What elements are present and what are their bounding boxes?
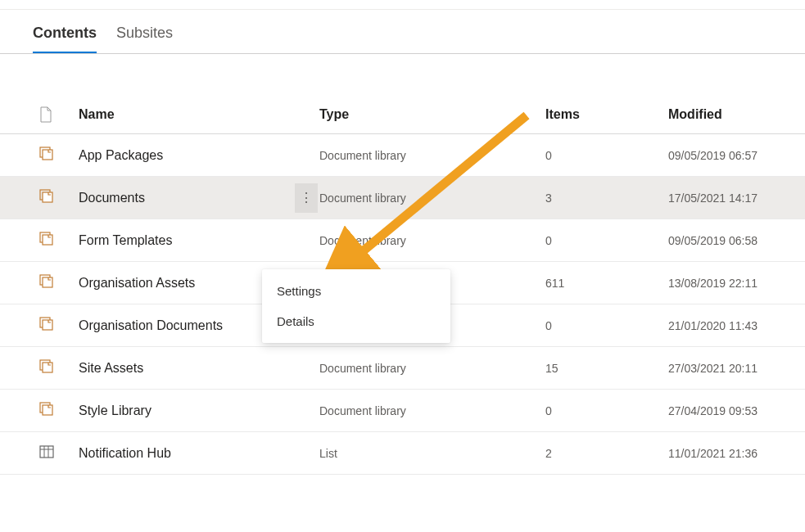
- row-name[interactable]: Organisation Assets: [79, 276, 293, 291]
- row-modified: 17/05/2021 14:17: [668, 192, 805, 205]
- row-icon-cell: [39, 359, 79, 376]
- svg-rect-14: [40, 446, 53, 458]
- library-icon: [39, 274, 54, 291]
- library-icon: [39, 402, 54, 419]
- header-modified[interactable]: Modified: [668, 107, 805, 122]
- row-modified: 27/04/2019 09:53: [668, 404, 805, 417]
- context-menu-settings[interactable]: Settings: [262, 276, 450, 306]
- row-context-menu: Settings Details: [262, 269, 450, 343]
- row-icon-cell: [39, 147, 79, 164]
- row-items: 611: [545, 277, 668, 290]
- top-divider: [0, 0, 805, 10]
- library-icon: [39, 359, 54, 376]
- header-items[interactable]: Items: [545, 107, 668, 122]
- row-name[interactable]: Style Library: [79, 404, 293, 418]
- row-items: 15: [545, 362, 668, 375]
- svg-rect-3: [43, 192, 52, 202]
- vertical-ellipsis-icon: ⋮: [300, 190, 313, 205]
- row-items: 2: [545, 447, 668, 460]
- row-type: Document library: [319, 234, 545, 247]
- header-icon-column: [39, 106, 79, 123]
- context-menu-details[interactable]: Details: [262, 306, 450, 336]
- row-modified: 13/08/2019 22:11: [668, 277, 805, 290]
- row-modified: 09/05/2019 06:57: [668, 149, 805, 162]
- svg-rect-5: [43, 235, 52, 245]
- row-actions-cell: ⋮: [293, 183, 319, 213]
- library-icon: [39, 317, 54, 334]
- row-items: 0: [545, 149, 668, 162]
- row-name[interactable]: Notification Hub: [79, 446, 293, 461]
- table-row[interactable]: Style Library⋮Document library027/04/201…: [0, 390, 805, 432]
- row-name[interactable]: Documents: [79, 191, 293, 205]
- row-name[interactable]: Form Templates: [79, 233, 293, 248]
- row-items: 0: [545, 404, 668, 417]
- table-row[interactable]: Site Assets⋮Document library1527/03/2021…: [0, 347, 805, 390]
- svg-rect-9: [43, 320, 52, 330]
- row-icon-cell: [39, 232, 79, 249]
- row-icon-cell: [39, 189, 79, 206]
- row-icon-cell: [39, 274, 79, 291]
- row-type: List: [319, 447, 545, 460]
- row-modified: 11/01/2021 21:36: [668, 447, 805, 460]
- row-icon-cell: [39, 402, 79, 419]
- header-type[interactable]: Type: [319, 107, 545, 122]
- row-type: Document library: [319, 149, 545, 162]
- table-row[interactable]: Notification Hub⋮List211/01/2021 21:36: [0, 432, 805, 475]
- header-name[interactable]: Name: [79, 107, 293, 122]
- svg-rect-13: [43, 405, 52, 415]
- table-row[interactable]: App Packages⋮Document library009/05/2019…: [0, 134, 805, 177]
- row-type: Document library: [319, 362, 545, 375]
- svg-rect-7: [43, 277, 52, 287]
- table-row[interactable]: Form Templates⋮Document library009/05/20…: [0, 219, 805, 262]
- svg-rect-11: [43, 363, 52, 372]
- tab-subsites[interactable]: Subsites: [116, 25, 173, 53]
- tab-contents[interactable]: Contents: [33, 25, 97, 53]
- site-contents-table: Name Type Items Modified App Packages⋮Do…: [0, 54, 805, 475]
- row-modified: 27/03/2021 20:11: [668, 362, 805, 375]
- table-header: Name Type Items Modified: [0, 95, 805, 134]
- library-icon: [39, 147, 54, 164]
- row-name[interactable]: Site Assets: [79, 361, 293, 376]
- row-items: 3: [545, 192, 668, 205]
- row-more-actions-button[interactable]: ⋮: [295, 183, 318, 213]
- row-modified: 09/05/2019 06:58: [668, 234, 805, 247]
- row-name[interactable]: App Packages: [79, 148, 293, 163]
- row-modified: 21/01/2020 11:43: [668, 319, 805, 332]
- library-icon: [39, 232, 54, 249]
- row-icon-cell: [39, 317, 79, 334]
- svg-rect-1: [43, 150, 52, 160]
- list-icon: [39, 444, 54, 462]
- row-items: 0: [545, 319, 668, 332]
- row-name[interactable]: Organisation Documents: [79, 318, 293, 333]
- library-icon: [39, 189, 54, 206]
- row-items: 0: [545, 234, 668, 247]
- row-icon-cell: [39, 444, 79, 462]
- row-type: Document library: [319, 192, 545, 205]
- tab-bar: Contents Subsites: [0, 10, 805, 54]
- row-type: Document library: [319, 404, 545, 417]
- table-row[interactable]: Documents⋮Document library317/05/2021 14…: [0, 177, 805, 219]
- document-header-icon: [39, 106, 52, 123]
